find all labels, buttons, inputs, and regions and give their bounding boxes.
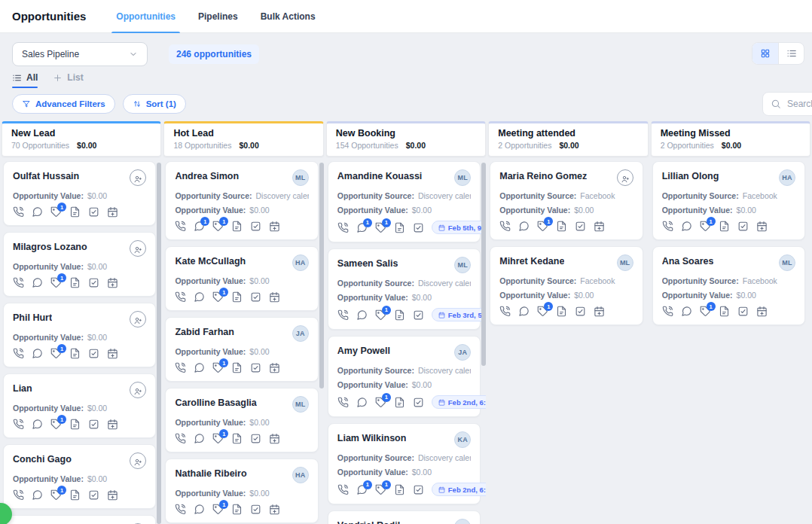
avatar[interactable]: JA: [292, 325, 309, 342]
task-action[interactable]: [250, 504, 261, 515]
note-action[interactable]: [69, 419, 81, 430]
phone-action[interactable]: [499, 221, 511, 232]
avatar[interactable]: KA: [454, 431, 471, 448]
avatar[interactable]: ML: [292, 169, 309, 186]
task-action[interactable]: [737, 221, 749, 232]
phone-action[interactable]: [337, 484, 349, 495]
calendar-action[interactable]: [269, 433, 280, 444]
pipeline-select[interactable]: Sales Pipeline: [12, 42, 148, 66]
grid-view-button[interactable]: [752, 43, 778, 64]
avatar[interactable]: JA: [454, 344, 471, 361]
column-scrollbar[interactable]: [319, 163, 324, 388]
phone-action[interactable]: [662, 306, 673, 317]
note-action[interactable]: [69, 489, 81, 501]
opportunity-card[interactable]: Vandriel RodilMLOpportunity Source:Disco…: [328, 510, 481, 524]
avatar[interactable]: ML: [454, 519, 471, 524]
chat-action[interactable]: [32, 489, 43, 501]
note-action[interactable]: [231, 504, 243, 515]
chat-action[interactable]: [194, 362, 205, 373]
calendar-action[interactable]: [269, 221, 280, 232]
note-action[interactable]: [231, 362, 243, 373]
note-action[interactable]: [394, 484, 405, 495]
note-action[interactable]: [69, 206, 81, 218]
tag-action[interactable]: 1: [212, 291, 224, 303]
phone-action[interactable]: [13, 206, 24, 218]
task-action[interactable]: [413, 397, 424, 408]
task-action[interactable]: [413, 484, 424, 495]
opportunity-card[interactable]: George GriffithsOpportunity Value:$0.001: [3, 515, 156, 524]
chat-action[interactable]: [32, 206, 43, 218]
task-action[interactable]: [250, 291, 261, 303]
task-action[interactable]: [88, 419, 99, 430]
tag-action[interactable]: 1: [375, 309, 386, 321]
task-action[interactable]: [250, 362, 261, 373]
tag-action[interactable]: 1: [375, 397, 386, 408]
opportunity-card[interactable]: Milagros LozanoOpportunity Value:$0.001: [3, 232, 156, 297]
opportunity-card[interactable]: Maria Reino GomezOpportunity Source:Face…: [490, 161, 643, 240]
phone-action[interactable]: [13, 277, 24, 288]
tag-action[interactable]: 1: [50, 348, 62, 359]
opportunity-card[interactable]: Kate McCullaghHAOpportunity Value:$0.001: [165, 246, 318, 311]
tag-action[interactable]: 1: [537, 221, 548, 232]
task-action[interactable]: [88, 348, 99, 359]
tag-action[interactable]: 1: [212, 433, 224, 444]
tab-opportunities[interactable]: Opportunities: [116, 0, 176, 33]
opportunity-card[interactable]: Mihret KedaneMLOpportunity Source:Facebo…: [490, 246, 643, 325]
calendar-action[interactable]: [594, 221, 605, 232]
tag-action[interactable]: 1: [375, 222, 386, 233]
tab-all[interactable]: All: [12, 72, 38, 88]
tag-action[interactable]: 1: [212, 221, 224, 232]
phone-action[interactable]: [13, 419, 24, 430]
chat-action[interactable]: 1: [356, 484, 368, 495]
calendar-action[interactable]: [269, 362, 280, 373]
tag-action[interactable]: 1: [375, 484, 386, 495]
opportunity-card[interactable]: Carolline BasagliaMLOpportunity Value:$0…: [165, 388, 318, 452]
list-view-button[interactable]: [778, 43, 804, 64]
opportunity-card[interactable]: Sameen SalisMLOpportunity Source:Discove…: [328, 248, 481, 330]
chat-action[interactable]: [32, 348, 43, 359]
task-action[interactable]: [88, 206, 99, 218]
task-action[interactable]: [413, 309, 424, 321]
phone-action[interactable]: [175, 291, 186, 303]
tag-action[interactable]: 1: [537, 306, 548, 317]
task-action[interactable]: [413, 222, 424, 233]
note-action[interactable]: [719, 306, 730, 317]
task-action[interactable]: [575, 221, 586, 232]
task-action[interactable]: [737, 306, 749, 317]
tab-pipelines[interactable]: Pipelines: [198, 0, 238, 33]
opportunity-card[interactable]: Ana SoaresMLOpportunity Source:FacebookO…: [652, 246, 805, 325]
avatar[interactable]: HA: [779, 169, 795, 186]
task-action[interactable]: [575, 306, 586, 317]
add-contact-button[interactable]: [130, 311, 146, 328]
tag-action[interactable]: 1: [50, 206, 62, 218]
opportunity-card[interactable]: Amandine KouassiMLOpportunity Source:Dis…: [328, 161, 481, 242]
tag-action[interactable]: 1: [700, 306, 711, 317]
calendar-action[interactable]: [269, 504, 280, 515]
phone-action[interactable]: [662, 221, 673, 232]
note-action[interactable]: [231, 221, 243, 232]
phone-action[interactable]: [175, 504, 186, 515]
note-action[interactable]: [556, 221, 567, 232]
add-contact-button[interactable]: [130, 452, 146, 469]
phone-action[interactable]: [175, 433, 186, 444]
appointment-badge[interactable]: Feb 2nd, 6:00 pm: [432, 483, 486, 496]
chat-action[interactable]: [518, 306, 530, 317]
phone-action[interactable]: [337, 309, 349, 321]
chat-action[interactable]: [681, 221, 692, 232]
add-contact-button[interactable]: [130, 169, 146, 186]
note-action[interactable]: [394, 222, 405, 233]
opportunity-card[interactable]: Nathalie RibeiroHAOpportunity Value:$0.0…: [165, 458, 318, 523]
search-input[interactable]: [787, 99, 812, 109]
note-action[interactable]: [556, 306, 567, 317]
sort-button[interactable]: Sort (1): [123, 94, 186, 114]
avatar[interactable]: HA: [292, 467, 309, 483]
note-action[interactable]: [231, 433, 243, 444]
task-action[interactable]: [88, 489, 99, 501]
chat-action[interactable]: [681, 306, 692, 317]
advanced-filters-button[interactable]: Advanced Filters: [12, 94, 115, 114]
calendar-action[interactable]: [269, 291, 280, 303]
note-action[interactable]: [231, 291, 243, 303]
calendar-action[interactable]: [594, 306, 605, 317]
avatar[interactable]: ML: [454, 257, 471, 273]
opportunity-card[interactable]: Andrea SimonMLOpportunity Source:Discove…: [165, 161, 318, 240]
